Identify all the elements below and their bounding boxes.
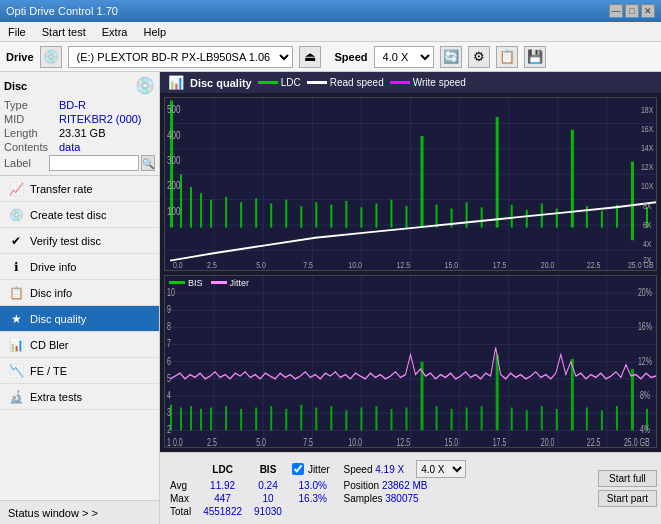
- svg-rect-31: [375, 203, 377, 227]
- mid-label: MID: [4, 113, 59, 125]
- nav-disc-quality[interactable]: ★ Disc quality: [0, 306, 159, 332]
- svg-rect-116: [481, 406, 483, 430]
- svg-rect-100: [240, 408, 242, 429]
- svg-text:2: 2: [167, 423, 171, 435]
- svg-rect-106: [330, 406, 332, 430]
- speed-info-label: Speed: [344, 464, 373, 475]
- nav-verify-test-disc[interactable]: ✔ Verify test disc: [0, 228, 159, 254]
- minimize-button[interactable]: —: [609, 4, 623, 18]
- disc-section: Disc 💿 Type BD-R MID RITEKBR2 (000) Leng…: [0, 72, 159, 176]
- nav-fe-te-label: FE / TE: [30, 365, 67, 377]
- svg-rect-102: [270, 406, 272, 430]
- legend-bis-color: [169, 281, 185, 284]
- svg-text:18X: 18X: [641, 105, 654, 115]
- save-button[interactable]: 💾: [524, 46, 546, 68]
- svg-text:22.5: 22.5: [587, 436, 601, 447]
- svg-text:10X: 10X: [641, 182, 654, 192]
- start-full-button[interactable]: Start full: [598, 470, 657, 487]
- svg-text:10.0: 10.0: [348, 436, 362, 447]
- svg-rect-19: [200, 193, 202, 227]
- drive-select[interactable]: (E:) PLEXTOR BD-R PX-LB950SA 1.06: [68, 46, 293, 68]
- svg-text:0.0: 0.0: [173, 436, 183, 447]
- svg-rect-119: [526, 410, 528, 430]
- create-test-disc-icon: 💿: [8, 208, 24, 222]
- svg-text:0.0: 0.0: [173, 260, 183, 269]
- svg-rect-99: [225, 406, 227, 430]
- legend-ldc-color: [258, 81, 278, 84]
- svg-rect-41: [526, 210, 528, 228]
- svg-rect-48: [631, 162, 634, 241]
- svg-rect-101: [255, 407, 257, 430]
- nav-disc-info[interactable]: 📋 Disc info: [0, 280, 159, 306]
- label-btn[interactable]: 🔍: [141, 155, 155, 171]
- start-part-button[interactable]: Start part: [598, 490, 657, 507]
- svg-text:16%: 16%: [638, 321, 652, 333]
- menu-extra[interactable]: Extra: [98, 25, 132, 39]
- fe-te-icon: 📉: [8, 364, 24, 378]
- menu-help[interactable]: Help: [139, 25, 170, 39]
- svg-rect-20: [210, 200, 212, 228]
- svg-rect-110: [390, 408, 392, 429]
- refresh-button[interactable]: 🔄: [440, 46, 462, 68]
- label-input[interactable]: [49, 155, 139, 171]
- nav-extra-tests[interactable]: 🔬 Extra tests: [0, 384, 159, 410]
- svg-text:5.0: 5.0: [256, 260, 266, 269]
- menu-file[interactable]: File: [4, 25, 30, 39]
- nav-transfer-rate[interactable]: 📈 Transfer rate: [0, 176, 159, 202]
- menu-start-test[interactable]: Start test: [38, 25, 90, 39]
- stats-table: LDC BIS Jitter Speed 4.19 X 4: [164, 459, 472, 518]
- total-bis: 91030: [248, 505, 288, 518]
- nav-drive-info[interactable]: ℹ Drive info: [0, 254, 159, 280]
- nav-drive-info-label: Drive info: [30, 261, 76, 273]
- lower-chart-svg: 10 9 8 7 6 5 4 3 2 1 20% 16% 12% 8% 4%: [165, 276, 656, 448]
- length-label: Length: [4, 127, 59, 139]
- speed-select[interactable]: 4.0 X: [374, 46, 434, 68]
- avg-ldc: 11.92: [197, 479, 248, 492]
- svg-text:16X: 16X: [641, 125, 654, 135]
- nav-create-test-disc[interactable]: 💿 Create test disc: [0, 202, 159, 228]
- legend-read-label: Read speed: [330, 77, 384, 88]
- svg-rect-103: [285, 408, 287, 429]
- svg-rect-24: [270, 203, 272, 227]
- svg-rect-38: [481, 207, 483, 227]
- info-button2[interactable]: 📋: [496, 46, 518, 68]
- avg-jitter: 13.0%: [288, 479, 336, 492]
- position-value: 23862 MB: [382, 480, 428, 491]
- titlebar: Opti Drive Control 1.70 — □ ✕: [0, 0, 661, 22]
- svg-rect-46: [601, 211, 603, 228]
- svg-text:4X: 4X: [643, 239, 652, 249]
- nav-cd-bler[interactable]: 📊 CD Bler: [0, 332, 159, 358]
- cd-bler-icon: 📊: [8, 338, 24, 352]
- nav-extra-tests-label: Extra tests: [30, 391, 82, 403]
- svg-rect-126: [631, 368, 634, 429]
- svg-text:8X: 8X: [643, 201, 652, 211]
- speed-dropdown[interactable]: 4.0 X: [416, 460, 466, 478]
- settings-button[interactable]: ⚙: [468, 46, 490, 68]
- disc-icon: 💿: [135, 76, 155, 95]
- svg-text:22.5: 22.5: [587, 260, 601, 269]
- svg-text:7.5: 7.5: [303, 260, 313, 269]
- close-button[interactable]: ✕: [641, 4, 655, 18]
- eject-button[interactable]: ⏏: [299, 46, 321, 68]
- svg-rect-43: [556, 209, 558, 228]
- status-window-button[interactable]: Status window > >: [0, 500, 159, 524]
- drive-icon-button[interactable]: 💿: [40, 46, 62, 68]
- svg-text:10.0: 10.0: [348, 260, 362, 269]
- maximize-button[interactable]: □: [625, 4, 639, 18]
- svg-rect-22: [240, 202, 242, 227]
- svg-rect-123: [586, 407, 588, 430]
- max-bis: 10: [248, 492, 288, 505]
- svg-text:4: 4: [167, 389, 171, 401]
- avg-label: Avg: [164, 479, 197, 492]
- nav-fe-te[interactable]: 📉 FE / TE: [0, 358, 159, 384]
- svg-rect-118: [511, 407, 513, 430]
- main-layout: Disc 💿 Type BD-R MID RITEKBR2 (000) Leng…: [0, 72, 661, 524]
- bis-header: BIS: [248, 459, 288, 479]
- svg-text:15.0: 15.0: [445, 260, 459, 269]
- svg-text:14X: 14X: [641, 144, 654, 154]
- legend-bis-label: BIS: [188, 278, 203, 288]
- svg-rect-27: [315, 202, 317, 227]
- jitter-checkbox[interactable]: [292, 463, 304, 475]
- nav-disc-info-label: Disc info: [30, 287, 72, 299]
- svg-rect-98: [210, 407, 212, 430]
